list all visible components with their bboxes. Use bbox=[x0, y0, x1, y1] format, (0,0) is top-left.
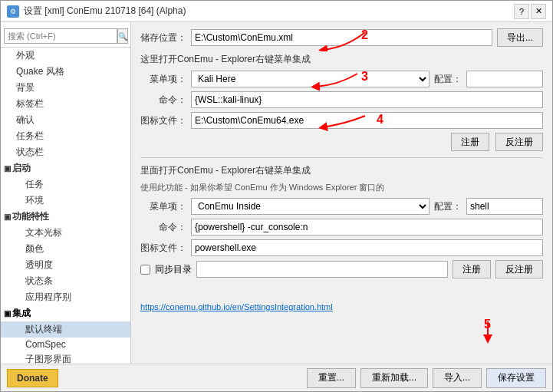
sidebar-item-taskbar[interactable]: 任务栏 bbox=[1, 128, 130, 144]
app-icon: ⚙ bbox=[7, 5, 19, 18]
sidebar-item-defaultterm[interactable]: 默认终端 bbox=[1, 321, 130, 338]
sidebar-item-appregion[interactable]: 应用程序别 bbox=[1, 289, 130, 305]
register-buttons: 注册 反注册 bbox=[140, 133, 543, 151]
arrow-5 bbox=[469, 318, 507, 344]
config-label: 配置： bbox=[434, 73, 462, 86]
reload-button[interactable]: 重新加载... bbox=[360, 368, 428, 388]
config2-label: 配置： bbox=[434, 200, 462, 213]
main-content: 🔍 外观 Quake 风格 背景 标签栏 确认 任务栏 状态栏 ▣ 启动 任务 … bbox=[1, 22, 552, 364]
sidebar-item-tabbar[interactable]: 标签栏 bbox=[1, 96, 130, 112]
title-bar-left: ⚙ 设置 [xml] ConEmu 210718 [64] (Alpha) bbox=[7, 5, 186, 18]
donate-button[interactable]: Donate bbox=[7, 369, 58, 387]
command-label: 命令： bbox=[140, 94, 186, 107]
close-button[interactable]: ✕ bbox=[531, 4, 546, 19]
icon-file2-row: 图标文件： bbox=[140, 239, 543, 256]
section1: 这里打开ConEmu - Explorer右键菜单集成 菜单项： Kali He… bbox=[140, 53, 543, 151]
sidebar-item-colors[interactable]: 颜色 bbox=[1, 241, 130, 257]
sync-dir-label: 同步目录 bbox=[155, 263, 192, 276]
sidebar-item-background[interactable]: 背景 bbox=[1, 80, 130, 96]
footer: Donate 重置... 重新加载... 导入... 保存设置 bbox=[1, 364, 552, 391]
sync-dir-checkbox[interactable] bbox=[140, 265, 150, 275]
section2-desc: 使用此功能 - 如果你希望 ConEmu 作为 Windows Explorer… bbox=[140, 182, 543, 193]
sidebar-item-appearance[interactable]: 外观 bbox=[1, 48, 130, 64]
search-box: 🔍 bbox=[1, 25, 130, 48]
config2-input[interactable] bbox=[466, 198, 543, 215]
title-buttons: ? ✕ bbox=[514, 4, 546, 19]
menu-item2-label: 菜单项： bbox=[140, 200, 186, 213]
right-panel: 储存位置： 导出... 这里打开ConEmu - Explorer右键菜单集成 … bbox=[131, 22, 552, 318]
settings-link[interactable]: https://conemu.github.io/en/SettingsInte… bbox=[140, 302, 333, 311]
title-bar: ⚙ 设置 [xml] ConEmu 210718 [64] (Alpha) ? … bbox=[1, 1, 552, 22]
command-row: 命令： bbox=[140, 91, 543, 108]
command2-input[interactable] bbox=[191, 219, 543, 236]
save-button[interactable]: 保存设置 bbox=[486, 368, 546, 388]
command2-row: 命令： bbox=[140, 219, 543, 236]
help-button[interactable]: ? bbox=[514, 4, 529, 19]
sidebar-item-subgui[interactable]: 子图形界面 bbox=[1, 351, 130, 364]
sidebar-item-statusstrip[interactable]: 状态条 bbox=[1, 273, 130, 289]
export-button[interactable]: 导出... bbox=[497, 28, 543, 47]
sidebar-group-integration[interactable]: ▣ 集成 bbox=[1, 305, 130, 321]
storage-row: 储存位置： 导出... bbox=[140, 28, 543, 47]
menu-item-row: 菜单项： Kali Here 配置： bbox=[140, 71, 543, 87]
sidebar-item-quake[interactable]: Quake 风格 bbox=[1, 64, 130, 80]
sync-dir-row: 同步目录 注册 反注册 bbox=[140, 260, 543, 278]
footer-left: Donate bbox=[7, 369, 58, 387]
command2-label: 命令： bbox=[140, 221, 186, 234]
section-divider bbox=[140, 157, 543, 158]
section1-title: 这里打开ConEmu - Explorer右键菜单集成 bbox=[140, 53, 543, 66]
sidebar-item-statusbar[interactable]: 状态栏 bbox=[1, 144, 130, 160]
sidebar-group-startup[interactable]: ▣ 启动 bbox=[1, 160, 130, 176]
import-button[interactable]: 导入... bbox=[433, 368, 482, 388]
menu-item-select[interactable]: Kali Here bbox=[191, 71, 430, 87]
sidebar-item-confirm[interactable]: 确认 bbox=[1, 112, 130, 128]
icon-file2-label: 图标文件： bbox=[140, 242, 186, 255]
command-input[interactable] bbox=[191, 91, 543, 108]
sync-dir-input[interactable] bbox=[196, 261, 448, 278]
main-window: ⚙ 设置 [xml] ConEmu 210718 [64] (Alpha) ? … bbox=[0, 0, 553, 392]
footer-buttons: 重置... 重新加载... 导入... 保存设置 bbox=[307, 368, 546, 388]
window-title: 设置 [xml] ConEmu 210718 [64] (Alpha) bbox=[24, 5, 186, 18]
menu-item2-row: 菜单项： ConEmu Inside 配置： bbox=[140, 198, 543, 215]
search-button[interactable]: 🔍 bbox=[117, 28, 128, 44]
search-input[interactable] bbox=[4, 28, 117, 44]
sidebar: 🔍 外观 Quake 风格 背景 标签栏 确认 任务栏 状态栏 ▣ 启动 任务 … bbox=[1, 22, 131, 364]
reset-button[interactable]: 重置... bbox=[307, 368, 356, 388]
section2-title: 里面打开ConEmu - Explorer右键菜单集成 bbox=[140, 164, 543, 177]
sidebar-item-environment[interactable]: 环境 bbox=[1, 193, 130, 209]
annotation-5: 5 bbox=[484, 318, 491, 331]
icon-file-input[interactable] bbox=[191, 112, 543, 129]
icon-file2-input[interactable] bbox=[191, 239, 543, 256]
icon-file-row: 图标文件： bbox=[140, 112, 543, 129]
menu-item-label: 菜单项： bbox=[140, 73, 186, 86]
icon-file-label: 图标文件： bbox=[140, 114, 186, 127]
link-row: https://conemu.github.io/en/SettingsInte… bbox=[140, 301, 543, 312]
section2: 里面打开ConEmu - Explorer右键菜单集成 使用此功能 - 如果你希… bbox=[140, 164, 543, 278]
sidebar-item-tasks[interactable]: 任务 bbox=[1, 176, 130, 193]
unregister2-button[interactable]: 反注册 bbox=[495, 260, 543, 278]
register-button[interactable]: 注册 bbox=[451, 133, 489, 151]
right-panel-wrapper: 储存位置： 导出... 这里打开ConEmu - Explorer右键菜单集成 … bbox=[131, 22, 552, 364]
config-input[interactable] bbox=[466, 71, 543, 87]
sidebar-item-textcursor[interactable]: 文本光标 bbox=[1, 225, 130, 241]
sidebar-item-comspec[interactable]: ComSpec bbox=[1, 338, 130, 351]
storage-label: 储存位置： bbox=[140, 31, 186, 44]
storage-input[interactable] bbox=[191, 29, 492, 46]
sidebar-item-transparency[interactable]: 透明度 bbox=[1, 257, 130, 273]
sidebar-group-features[interactable]: ▣ 功能特性 bbox=[1, 209, 130, 225]
menu-item2-select[interactable]: ConEmu Inside bbox=[191, 198, 430, 215]
unregister-button[interactable]: 反注册 bbox=[495, 133, 543, 151]
register2-button[interactable]: 注册 bbox=[453, 260, 491, 278]
